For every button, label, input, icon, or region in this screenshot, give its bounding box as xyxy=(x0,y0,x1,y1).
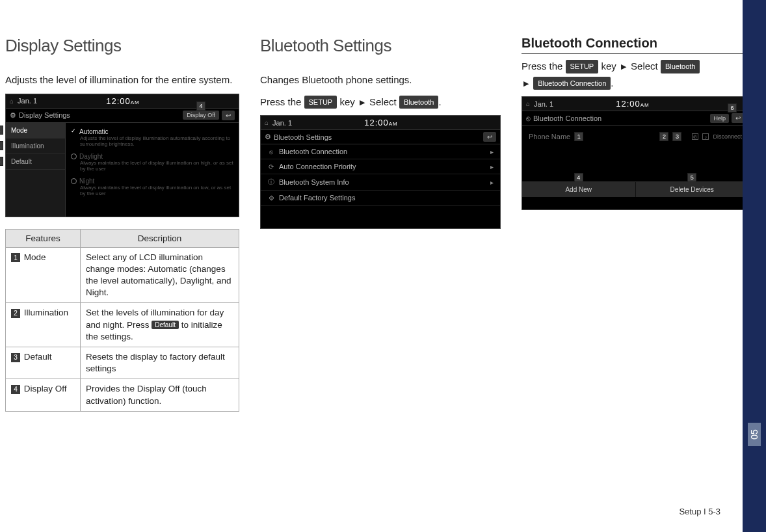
heading-display-settings: Display Settings xyxy=(5,36,239,56)
sidebar-item-mode[interactable]: 1 Mode xyxy=(6,123,65,139)
add-new-button[interactable]: 4 Add New xyxy=(522,182,636,197)
radio-icon xyxy=(71,178,77,184)
chapter-number: 05 xyxy=(748,423,761,446)
table-row: 3 Default Resets the display to factory … xyxy=(6,347,239,379)
table-row: 2 Illumination Set the levels of illumin… xyxy=(6,303,239,347)
triangle-icon: ▶ xyxy=(619,62,628,70)
chevron-right-icon: ▸ xyxy=(490,179,494,186)
callout-3: 3 xyxy=(672,132,681,141)
page-footer: Setup I 5-3 xyxy=(679,507,720,516)
bt-icon: ⎋ xyxy=(526,114,531,122)
callout-4: 4 xyxy=(574,173,583,182)
default-pill: Default xyxy=(152,321,179,330)
shot-ampm: AM xyxy=(131,100,140,105)
option-night[interactable]: Night Always maintains the level of disp… xyxy=(71,175,233,200)
gear-icon: ⚙ xyxy=(10,111,16,120)
setup-pill: SETUP xyxy=(566,60,599,73)
setup-pill: SETUP xyxy=(304,96,337,109)
heading-bluetooth-connection: Bluetooth Connection xyxy=(522,36,749,54)
sidebar-item-default[interactable]: 3 Default xyxy=(6,154,65,170)
screenshot-display-settings: ⌂ Jan. 1 12:00AM ⚙ Display Settings 4 Di… xyxy=(5,94,239,217)
callout-3: 3 xyxy=(0,157,3,166)
check-icon xyxy=(71,129,77,135)
home-icon: ⌂ xyxy=(10,98,14,105)
th-description: Description xyxy=(81,229,239,247)
display-mode-list: 1 Mode 2 Illumination 3 Default xyxy=(6,123,66,217)
features-table: Features Description 1 Mode Select any o… xyxy=(5,229,239,412)
callout-6: 6 xyxy=(728,103,737,113)
chevron-right-icon: ▸ xyxy=(490,163,494,170)
gear-icon: ⚙ xyxy=(265,133,271,141)
shot-title: Display Settings xyxy=(19,111,70,119)
list-item[interactable]: ⓘBluetooth System Info▸ xyxy=(261,174,500,191)
bt-icon: ⎋ xyxy=(267,148,275,155)
shot-date: Jan. 1 xyxy=(534,100,553,108)
callout-1: 1 xyxy=(574,132,583,141)
th-features: Features xyxy=(6,229,81,247)
list-item[interactable]: ⟳Auto Connection Priority▸ xyxy=(261,159,500,174)
list-item[interactable]: ⎋Bluetooth Connection▸ xyxy=(261,144,500,159)
display-off-button[interactable]: 4 Display Off xyxy=(183,111,219,120)
disconnect-button[interactable]: Disconnect xyxy=(713,133,742,140)
triangle-icon: ▶ xyxy=(522,79,531,87)
column-display-settings: Display Settings Adjusts the level of il… xyxy=(5,36,239,412)
shot-time: 12:00 xyxy=(106,96,131,106)
option-automatic[interactable]: Automatic Adjusts the level of display i… xyxy=(71,126,233,150)
table-row: 4 Display Off Provides the Display Off (… xyxy=(6,379,239,411)
delete-devices-button[interactable]: 5 Delete Devices xyxy=(636,182,749,197)
screenshot-bluetooth-settings: ⌂ Jan. 1 12:00AM ⚙ Bluetooth Settings ↩ … xyxy=(260,115,501,229)
sidebar-item-illumination[interactable]: 2 Illumination xyxy=(6,139,65,154)
table-row: 1 Mode Select any of LCD illumination ch… xyxy=(6,247,239,303)
intro-bluetooth: Changes Bluetooth phone settings. xyxy=(260,72,501,88)
help-button[interactable]: Help xyxy=(710,114,729,123)
phone-name-label: Phone Name xyxy=(529,133,570,140)
list-item[interactable]: ⚙Default Factory Settings xyxy=(261,191,500,206)
screenshot-bluetooth-connection: ⌂ Jan. 1 12:00AM 6 ⎋ Bluetooth Connectio… xyxy=(522,96,749,210)
back-icon[interactable]: ↩ xyxy=(222,111,235,120)
triangle-icon: ▶ xyxy=(358,98,367,106)
shot-date: Jan. 1 xyxy=(18,97,37,105)
callout-2: 2 xyxy=(0,141,3,150)
home-icon: ⌂ xyxy=(526,100,530,107)
bc-press-line: Press the SETUP key ▶ Select Bluetooth ▶… xyxy=(522,58,749,91)
info-icon: ⓘ xyxy=(267,178,275,187)
column-bluetooth-settings: Bluetooth Settings Changes Bluetooth pho… xyxy=(260,36,501,412)
callout-1: 1 xyxy=(0,126,3,135)
phone-icon: ✆ xyxy=(692,133,698,140)
option-daylight[interactable]: Daylight Always maintains the level of d… xyxy=(71,150,233,175)
bluetooth-connection-pill: Bluetooth Connection xyxy=(533,77,611,90)
home-icon: ⌂ xyxy=(265,119,269,126)
intro-display: Adjusts the level of illumination for th… xyxy=(5,72,239,88)
bluetooth-press-line: Press the SETUP key ▶ Select Bluetooth. xyxy=(260,94,501,111)
heading-bluetooth-settings: Bluetooth Settings xyxy=(260,36,501,56)
radio-icon xyxy=(71,153,77,159)
chevron-right-icon: ▸ xyxy=(490,148,494,155)
callout-4: 4 xyxy=(196,101,205,111)
music-icon: ♪ xyxy=(702,133,709,140)
back-icon[interactable]: ↩ xyxy=(483,132,496,142)
callout-2: 2 xyxy=(659,132,668,141)
bluetooth-pill: Bluetooth xyxy=(399,96,438,109)
bluetooth-pill: Bluetooth xyxy=(661,60,700,73)
chapter-tab: 05 xyxy=(743,0,766,532)
gear-icon: ⚙ xyxy=(267,194,275,202)
column-bluetooth-connection: Bluetooth Connection Press the SETUP key… xyxy=(522,36,749,412)
phone-row[interactable]: Phone Name 1 2 3 ✆ ♪ Disconnect xyxy=(526,129,745,144)
priority-icon: ⟳ xyxy=(267,163,275,170)
callout-5: 5 xyxy=(687,173,696,182)
shot-date: Jan. 1 xyxy=(272,119,292,127)
